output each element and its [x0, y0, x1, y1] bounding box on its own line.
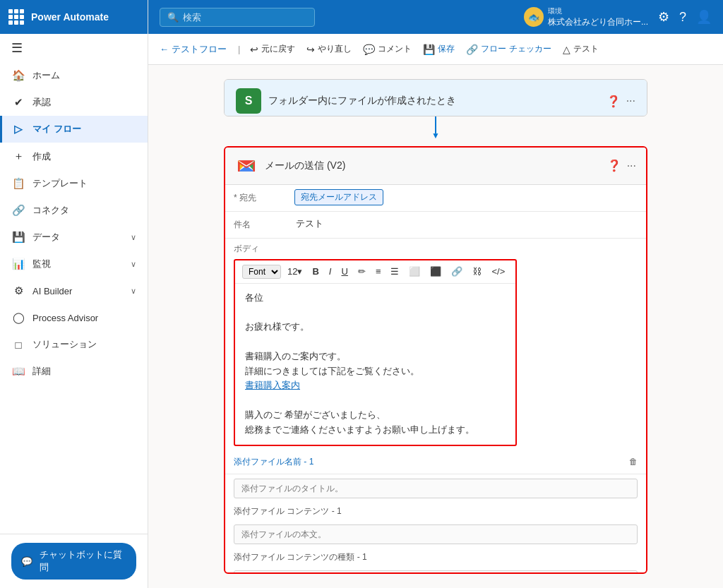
- align-left-button[interactable]: ⬜: [405, 265, 424, 278]
- highlight-button[interactable]: ✏: [354, 265, 369, 278]
- attachment-title-input[interactable]: [234, 479, 638, 498]
- save-icon: 💾: [423, 44, 435, 55]
- sidebar-item-connector-label: コネクタ: [32, 204, 69, 217]
- to-field-row: * 宛先 宛先メールアドレス: [225, 185, 646, 212]
- sidebar-item-myflow-label: マイ フロー: [32, 123, 81, 136]
- back-button[interactable]: ← テストフロー: [160, 43, 227, 56]
- trigger-service-icon: S: [236, 88, 261, 114]
- sidebar-item-home[interactable]: 🏠 ホーム: [0, 62, 148, 89]
- sidebar-toggle-button[interactable]: ☰: [0, 34, 148, 62]
- attachment-content-type-input[interactable]: [234, 570, 638, 574]
- flow-canvas: S フォルダー内にファイルが作成されたとき ❓ ···: [148, 65, 723, 588]
- subject-field[interactable]: テスト: [289, 212, 646, 236]
- settings-icon[interactable]: ⚙: [658, 9, 669, 25]
- search-box[interactable]: 🔍: [160, 8, 315, 27]
- sidebar-item-solutions[interactable]: □ ソリューション: [0, 331, 148, 358]
- sidebar-item-home-label: ホーム: [32, 69, 60, 82]
- sidebar-item-monitor[interactable]: 📊 監視 ∨: [0, 251, 148, 277]
- code-button[interactable]: </>: [488, 265, 508, 278]
- undo-button[interactable]: ↩ 元に戻す: [246, 40, 299, 58]
- sidebar-item-aibuilder[interactable]: ⚙ AI Builder ∨: [0, 277, 148, 304]
- to-label-text: * 宛先: [234, 193, 256, 203]
- sidebar-item-processadvisor[interactable]: ◯ Process Advisor: [0, 304, 148, 331]
- flow-checker-icon: 🔗: [466, 44, 478, 55]
- test-button[interactable]: △ テスト: [558, 40, 603, 58]
- sidebar-item-data[interactable]: 💾 データ ∨: [0, 224, 148, 251]
- to-field[interactable]: 宛先メールアドレス: [289, 185, 646, 210]
- flow-checker-button[interactable]: 🔗 フロー チェッカー: [462, 40, 555, 58]
- sidebar: Power Automate ☰ 🏠 ホーム ✔ 承認 ▷ マイ フロー ＋ 作…: [0, 0, 148, 588]
- rte-content[interactable]: 各位 お疲れ様です。 書籍購入のご案内です。 詳細につきましては下記をご覧くださ…: [235, 284, 515, 445]
- underline-button[interactable]: U: [337, 265, 351, 278]
- body-link[interactable]: 書籍購入案内: [245, 380, 300, 390]
- numbered-list-button[interactable]: ☰: [387, 265, 402, 278]
- flow-toolbar: ← テストフロー | ↩ 元に戻す ↪ やり直し 💬 コメント 💾 保存 🔗: [148, 34, 723, 65]
- help-icon[interactable]: ?: [679, 10, 686, 25]
- attachment-content-type-label: 添付ファイル コンテンツの種類 - 1: [225, 548, 646, 566]
- sidebar-item-template[interactable]: 📋 テンプレート: [0, 170, 148, 197]
- trigger-block-header[interactable]: S フォルダー内にファイルが作成されたとき ❓ ···: [225, 80, 647, 116]
- home-icon: 🏠: [11, 69, 25, 82]
- topbar: 🔍 🐟 環境 株式会社みどり合同ホー... ⚙ ? 👤: [148, 0, 723, 34]
- body-line-4: [245, 335, 506, 349]
- email-block-actions: ❓ ···: [607, 159, 636, 172]
- font-size-dropdown[interactable]: 12▾: [284, 265, 306, 278]
- italic-button[interactable]: I: [325, 265, 335, 278]
- content-area: ← テストフロー | ↩ 元に戻す ↪ やり直し 💬 コメント 💾 保存 🔗: [148, 34, 723, 588]
- sidebar-item-aibuilder-label: AI Builder: [32, 286, 72, 296]
- apps-icon[interactable]: [8, 9, 24, 25]
- email-block-header[interactable]: メールの送信 (V2) ❓ ···: [225, 148, 646, 185]
- email-help-icon[interactable]: ❓: [607, 159, 621, 172]
- email-action-title: メールの送信 (V2): [265, 160, 600, 172]
- sidebar-item-connector[interactable]: 🔗 コネクタ: [0, 197, 148, 224]
- flow-checker-label: フロー チェッカー: [481, 43, 551, 55]
- attachment-delete-icon[interactable]: 🗑: [629, 457, 638, 467]
- save-button[interactable]: 💾 保存: [419, 40, 459, 58]
- bullet-list-button[interactable]: ≡: [372, 265, 385, 278]
- font-select[interactable]: Font: [242, 265, 281, 279]
- account-icon[interactable]: 👤: [696, 9, 712, 25]
- attachment-name-header[interactable]: 添付ファイル名前 - 1 🗑: [225, 450, 646, 474]
- trigger-more-icon[interactable]: ···: [626, 95, 635, 107]
- sidebar-item-template-label: テンプレート: [32, 177, 88, 190]
- body-line-2: [245, 305, 506, 320]
- email-more-icon[interactable]: ···: [627, 160, 636, 172]
- data-expand-icon: ∨: [131, 233, 136, 242]
- sidebar-item-detail-label: 詳細: [32, 365, 51, 378]
- template-icon: 📋: [11, 177, 25, 190]
- redo-label: やり直し: [318, 43, 352, 55]
- sidebar-item-detail[interactable]: 📖 詳細: [0, 358, 148, 385]
- test-icon: △: [563, 44, 570, 55]
- align-right-button[interactable]: ⬛: [426, 265, 445, 278]
- monitor-icon: 📊: [11, 258, 25, 270]
- link-button[interactable]: 🔗: [448, 265, 466, 278]
- sidebar-item-create[interactable]: ＋ 作成: [0, 143, 148, 170]
- save-label: 保存: [438, 43, 455, 55]
- attachment-content-input[interactable]: [234, 524, 638, 544]
- sidebar-footer: 💬 チャットボットに質問: [0, 534, 148, 588]
- bold-button[interactable]: B: [309, 265, 322, 278]
- body-link-line: 書籍購入案内: [245, 378, 506, 393]
- aibuilder-icon: ⚙: [11, 284, 25, 297]
- to-label: * 宛先: [225, 185, 289, 211]
- rte-container: Font 12▾ B I U ✏ ≡ ☰: [234, 259, 517, 446]
- search-icon: 🔍: [167, 12, 179, 23]
- unlink-button[interactable]: ⛓: [469, 265, 485, 278]
- sidebar-item-data-label: データ: [32, 231, 60, 244]
- recipient-tag[interactable]: 宛先メールアドレス: [294, 189, 383, 205]
- aibuilder-expand-icon: ∨: [131, 287, 136, 296]
- chatbot-button[interactable]: 💬 チャットボットに質問: [11, 543, 136, 580]
- sidebar-item-approval[interactable]: ✔ 承認: [0, 89, 148, 116]
- body-label-row: ボディ: [225, 239, 268, 255]
- connector-icon: 🔗: [11, 204, 25, 217]
- search-input[interactable]: [183, 12, 296, 23]
- main-area: 🔍 🐟 環境 株式会社みどり合同ホー... ⚙ ? 👤 ← テストフロー |: [148, 0, 723, 588]
- sidebar-item-processadvisor-label: Process Advisor: [32, 313, 98, 323]
- to-input[interactable]: [386, 189, 640, 200]
- trigger-help-icon[interactable]: ❓: [607, 95, 621, 108]
- sidebar-item-myflow[interactable]: ▷ マイ フロー: [0, 116, 148, 143]
- redo-button[interactable]: ↪ やり直し: [302, 40, 356, 58]
- comment-button[interactable]: 💬 コメント: [359, 40, 416, 58]
- toolbar-separator: |: [238, 44, 240, 54]
- flow-name: テストフロー: [172, 43, 227, 56]
